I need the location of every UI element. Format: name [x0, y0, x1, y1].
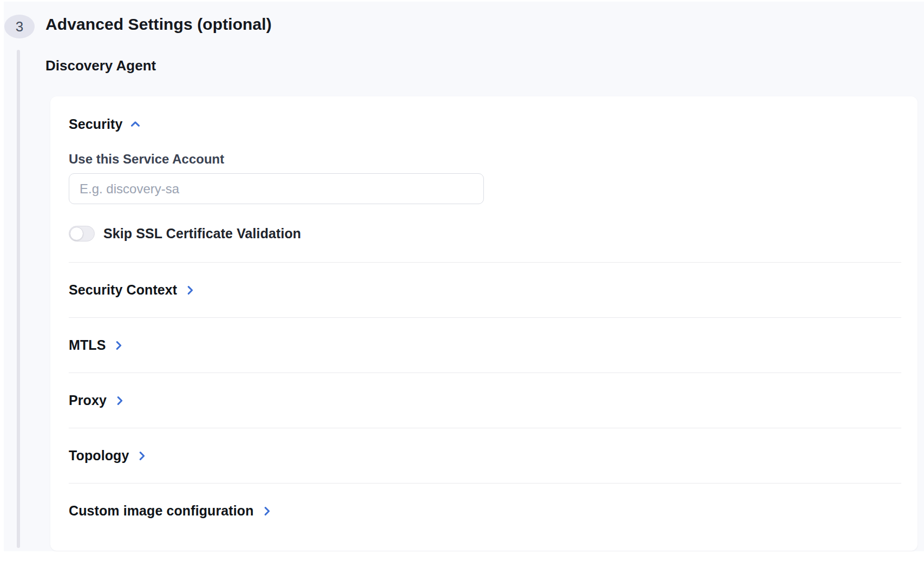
accordion-label-proxy: Proxy: [69, 393, 107, 408]
step-number: 3: [16, 19, 23, 34]
service-account-label: Use this Service Account: [69, 152, 901, 167]
divider: [69, 317, 901, 318]
divider: [69, 373, 901, 373]
divider: [69, 428, 901, 428]
chevron-up-icon: [129, 118, 141, 130]
accordion-row-topology[interactable]: Topology: [69, 428, 148, 483]
toggle-knob: [70, 227, 83, 240]
accordion-label-custom-image-configuration: Custom image configuration: [69, 503, 254, 519]
accordion-row-mtls[interactable]: MTLS: [69, 318, 124, 373]
chevron-right-icon: [113, 340, 124, 351]
page-title: Advanced Settings (optional): [45, 15, 272, 34]
accordion-row-proxy[interactable]: Proxy: [69, 373, 126, 428]
discovery-agent-card: Security Use this Service Account Skip S…: [50, 96, 918, 551]
accordion-row-custom-image-configuration[interactable]: Custom image configuration: [69, 484, 273, 538]
section-title: Discovery Agent: [45, 57, 156, 74]
ssl-toggle-switch[interactable]: [69, 226, 95, 241]
accordion-label-security: Security: [69, 116, 122, 132]
advanced-settings-screen: 3 Advanced Settings (optional) Discovery…: [0, 0, 924, 568]
accordion-header-security[interactable]: Security: [69, 116, 141, 132]
step-connector-line: [17, 50, 20, 548]
accordion-label-security-context: Security Context: [69, 282, 177, 298]
accordion-label-mtls: MTLS: [69, 337, 106, 353]
chevron-right-icon: [261, 505, 273, 517]
accordion-label-topology: Topology: [69, 448, 129, 463]
service-account-input[interactable]: [69, 173, 484, 204]
accordion-row-security-context[interactable]: Security Context: [69, 263, 196, 317]
chevron-right-icon: [114, 395, 126, 407]
chevron-right-icon: [184, 284, 196, 296]
ssl-toggle-row: Skip SSL Certificate Validation: [69, 221, 301, 245]
ssl-toggle-label: Skip SSL Certificate Validation: [103, 226, 301, 241]
step-number-badge: 3: [4, 15, 35, 38]
chevron-right-icon: [136, 450, 148, 462]
